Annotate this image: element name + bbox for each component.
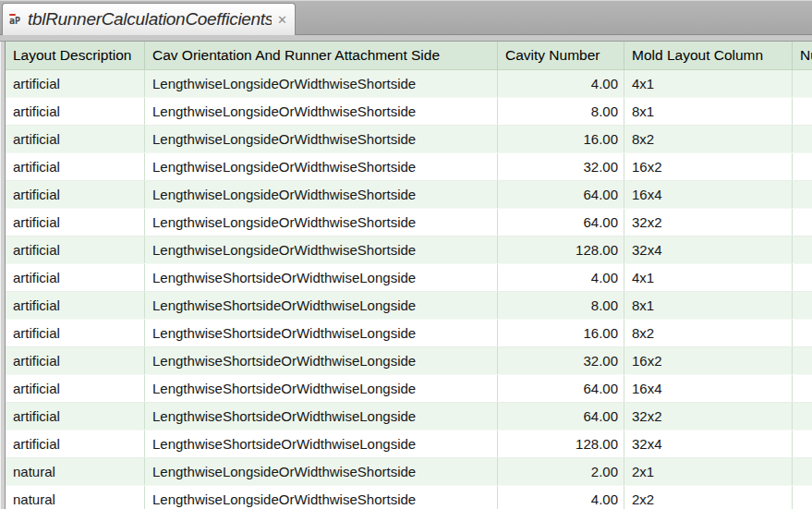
cell-cavity-number[interactable]: 4.00: [498, 486, 624, 509]
cell-cavity-number[interactable]: 128.00: [498, 430, 624, 457]
cell-cav-orientation[interactable]: LengthwiseLongsideOrWidthwiseShortside: [145, 181, 498, 208]
cell-extra[interactable]: [793, 236, 812, 263]
cell-layout-description[interactable]: artificial: [6, 126, 145, 152]
cell-layout-description[interactable]: artificial: [6, 70, 145, 97]
cell-cav-orientation[interactable]: LengthwiseShortsideOrWidthwiseLongside: [145, 264, 498, 291]
cell-cav-orientation[interactable]: LengthwiseShortsideOrWidthwiseLongside: [145, 292, 498, 319]
column-header-cavity-number[interactable]: Cavity Number: [498, 42, 624, 69]
cell-extra[interactable]: [793, 375, 812, 402]
cell-mold-layout-column[interactable]: 2x2: [624, 486, 793, 509]
cell-cav-orientation[interactable]: LengthwiseLongsideOrWidthwiseShortside: [145, 70, 498, 97]
cell-layout-description[interactable]: artificial: [6, 181, 145, 208]
cell-extra[interactable]: [793, 292, 812, 319]
column-header-cav-orientation[interactable]: Cav Orientation And Runner Attachment Si…: [145, 42, 498, 69]
cell-cav-orientation[interactable]: LengthwiseShortsideOrWidthwiseLongside: [145, 430, 498, 457]
cell-mold-layout-column[interactable]: 8x1: [624, 98, 793, 125]
cell-layout-description[interactable]: natural: [6, 458, 145, 485]
cell-mold-layout-column[interactable]: 8x2: [624, 126, 793, 152]
table-row[interactable]: artificial LengthwiseShortsideOrWidthwis…: [6, 430, 812, 458]
table-row[interactable]: artificial LengthwiseLongsideOrWidthwise…: [6, 181, 812, 209]
table-row[interactable]: artificial LengthwiseLongsideOrWidthwise…: [6, 153, 812, 181]
table-row[interactable]: artificial LengthwiseLongsideOrWidthwise…: [6, 98, 812, 126]
cell-layout-description[interactable]: artificial: [6, 209, 145, 236]
cell-layout-description[interactable]: artificial: [6, 98, 145, 125]
cell-extra[interactable]: [793, 209, 812, 236]
cell-extra[interactable]: [793, 458, 812, 485]
cell-mold-layout-column[interactable]: 8x2: [624, 320, 793, 346]
cell-mold-layout-column[interactable]: 32x4: [624, 430, 793, 457]
cell-cav-orientation[interactable]: LengthwiseLongsideOrWidthwiseShortside: [145, 458, 498, 485]
cell-mold-layout-column[interactable]: 16x4: [624, 181, 793, 208]
table-row[interactable]: artificial LengthwiseShortsideOrWidthwis…: [6, 347, 812, 375]
cell-layout-description[interactable]: artificial: [6, 153, 145, 180]
table-row[interactable]: artificial LengthwiseLongsideOrWidthwise…: [6, 126, 812, 153]
cell-cav-orientation[interactable]: LengthwiseLongsideOrWidthwiseShortside: [145, 153, 498, 180]
cell-mold-layout-column[interactable]: 2x1: [624, 458, 793, 485]
cell-layout-description[interactable]: natural: [6, 486, 145, 509]
table-row[interactable]: natural LengthwiseLongsideOrWidthwiseSho…: [6, 458, 812, 486]
cell-layout-description[interactable]: artificial: [6, 320, 145, 346]
cell-extra[interactable]: [793, 347, 812, 374]
table-row[interactable]: artificial LengthwiseShortsideOrWidthwis…: [6, 292, 812, 320]
cell-cav-orientation[interactable]: LengthwiseLongsideOrWidthwiseShortside: [145, 209, 498, 236]
table-row[interactable]: artificial LengthwiseLongsideOrWidthwise…: [6, 209, 812, 236]
cell-cavity-number[interactable]: 16.00: [498, 126, 624, 152]
cell-extra[interactable]: [793, 430, 812, 457]
cell-cav-orientation[interactable]: LengthwiseLongsideOrWidthwiseShortside: [145, 98, 498, 125]
cell-mold-layout-column[interactable]: 32x2: [624, 403, 793, 430]
cell-cavity-number[interactable]: 8.00: [498, 98, 624, 125]
cell-cavity-number[interactable]: 4.00: [498, 70, 624, 97]
cell-cav-orientation[interactable]: LengthwiseShortsideOrWidthwiseLongside: [145, 375, 498, 402]
cell-cavity-number[interactable]: 2.00: [498, 458, 624, 485]
cell-extra[interactable]: [793, 264, 812, 291]
cell-layout-description[interactable]: artificial: [6, 430, 145, 457]
cell-extra[interactable]: [793, 153, 812, 180]
cell-cav-orientation[interactable]: LengthwiseShortsideOrWidthwiseLongside: [145, 403, 498, 430]
cell-mold-layout-column[interactable]: 4x1: [624, 70, 793, 97]
cell-extra[interactable]: [793, 320, 812, 346]
table-row[interactable]: artificial LengthwiseShortsideOrWidthwis…: [6, 320, 812, 347]
tab-tblRunnerCalculationCoefficients[interactable]: aP tblRunnerCalculationCoefficients ✕: [2, 3, 296, 35]
cell-extra[interactable]: [793, 181, 812, 208]
cell-layout-description[interactable]: artificial: [6, 236, 145, 263]
cell-layout-description[interactable]: artificial: [6, 292, 145, 319]
column-header-mold-layout-column[interactable]: Mold Layout Column: [624, 42, 793, 69]
column-header-layout-description[interactable]: Layout Description: [6, 42, 145, 69]
table-row[interactable]: artificial LengthwiseShortsideOrWidthwis…: [6, 264, 812, 292]
table-row[interactable]: artificial LengthwiseShortsideOrWidthwis…: [6, 375, 812, 403]
cell-mold-layout-column[interactable]: 16x2: [624, 347, 793, 374]
cell-cavity-number[interactable]: 128.00: [498, 236, 624, 263]
cell-extra[interactable]: [793, 98, 812, 125]
cell-extra[interactable]: [793, 486, 812, 509]
cell-cavity-number[interactable]: 32.00: [498, 153, 624, 180]
cell-mold-layout-column[interactable]: 4x1: [624, 264, 793, 291]
cell-layout-description[interactable]: artificial: [6, 347, 145, 374]
cell-mold-layout-column[interactable]: 32x4: [624, 236, 793, 263]
cell-cav-orientation[interactable]: LengthwiseShortsideOrWidthwiseLongside: [145, 320, 498, 346]
cell-mold-layout-column[interactable]: 32x2: [624, 209, 793, 236]
cell-cav-orientation[interactable]: LengthwiseLongsideOrWidthwiseShortside: [145, 236, 498, 263]
table-row[interactable]: artificial LengthwiseLongsideOrWidthwise…: [6, 70, 812, 98]
cell-cav-orientation[interactable]: LengthwiseLongsideOrWidthwiseShortside: [145, 486, 498, 509]
cell-layout-description[interactable]: artificial: [6, 403, 145, 430]
cell-cav-orientation[interactable]: LengthwiseShortsideOrWidthwiseLongside: [145, 347, 498, 374]
cell-extra[interactable]: [793, 70, 812, 97]
table-row[interactable]: natural LengthwiseLongsideOrWidthwiseSho…: [6, 486, 812, 509]
cell-cavity-number[interactable]: 32.00: [498, 347, 624, 374]
cell-mold-layout-column[interactable]: 8x1: [624, 292, 793, 319]
cell-cavity-number[interactable]: 16.00: [498, 320, 624, 346]
cell-cavity-number[interactable]: 64.00: [498, 209, 624, 236]
cell-cavity-number[interactable]: 8.00: [498, 292, 624, 319]
table-row[interactable]: artificial LengthwiseLongsideOrWidthwise…: [6, 236, 812, 264]
table-row[interactable]: artificial LengthwiseShortsideOrWidthwis…: [6, 403, 812, 430]
cell-cavity-number[interactable]: 64.00: [498, 181, 624, 208]
cell-mold-layout-column[interactable]: 16x2: [624, 153, 793, 180]
cell-extra[interactable]: [793, 403, 812, 430]
cell-cavity-number[interactable]: 64.00: [498, 403, 624, 430]
cell-mold-layout-column[interactable]: 16x4: [624, 375, 793, 402]
cell-layout-description[interactable]: artificial: [6, 375, 145, 402]
cell-cav-orientation[interactable]: LengthwiseLongsideOrWidthwiseShortside: [145, 126, 498, 152]
cell-cavity-number[interactable]: 64.00: [498, 375, 624, 402]
cell-extra[interactable]: [793, 126, 812, 152]
column-header-truncated[interactable]: Nu: [793, 42, 812, 69]
